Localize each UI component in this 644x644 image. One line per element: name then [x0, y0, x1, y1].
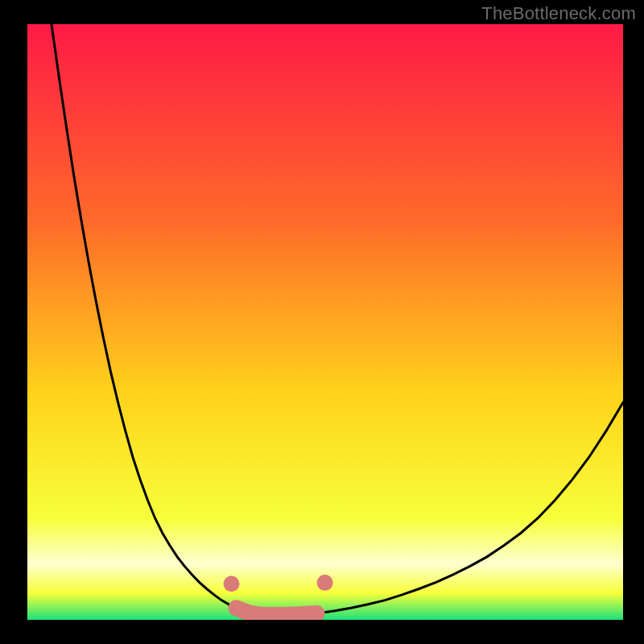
chart-frame: TheBottleneck.com — [0, 0, 644, 644]
gradient-background — [27, 24, 623, 620]
highlight-dot — [224, 576, 240, 592]
bottleneck-chart — [27, 24, 623, 620]
highlight-dot — [317, 575, 333, 591]
watermark-text: TheBottleneck.com — [481, 3, 636, 24]
plot-area — [27, 24, 623, 620]
highlight-segment — [237, 608, 317, 615]
